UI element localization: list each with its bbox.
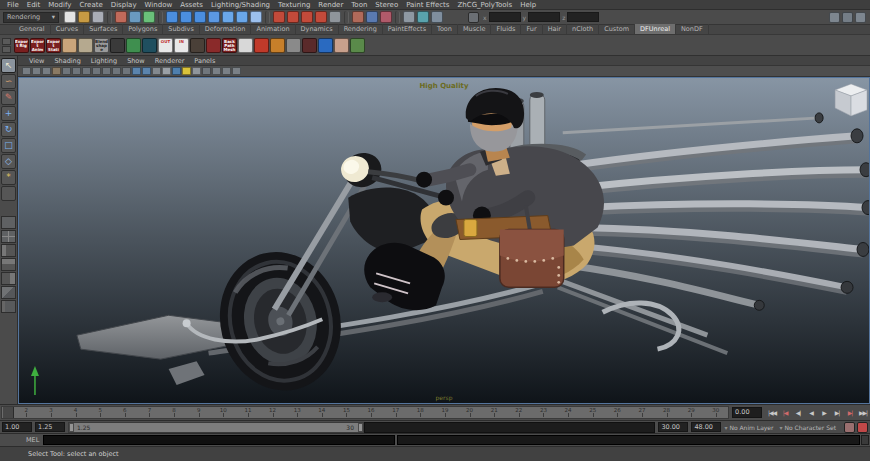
timeline-frame-tick[interactable]: 16 xyxy=(359,407,384,418)
panel-menu-item[interactable]: Shading xyxy=(49,57,85,65)
shelf-red-figure[interactable] xyxy=(206,38,221,53)
shelf-export-static-mesh[interactable]: Export Static Mesh xyxy=(46,38,61,53)
layout-hypershade-persp[interactable] xyxy=(1,258,16,271)
shelf-tab-arrow-icon[interactable] xyxy=(2,38,11,45)
handles-mask[interactable] xyxy=(180,11,192,23)
timeline-frame-tick[interactable]: 22 xyxy=(507,407,532,418)
panel-menu-item[interactable]: Renderer xyxy=(150,57,190,65)
viewport-canvas[interactable] xyxy=(19,78,869,403)
timeline-frame-tick[interactable]: 9 xyxy=(186,407,211,418)
panel-menu-item[interactable]: Panels xyxy=(189,57,220,65)
lasso-tool[interactable]: ∽ xyxy=(1,74,16,89)
shelf-tab[interactable]: Rendering xyxy=(339,24,383,34)
safe-action-icon[interactable] xyxy=(112,67,121,75)
construction-history-toggle[interactable] xyxy=(380,11,392,23)
timeline-frame-tick[interactable]: 5 xyxy=(88,407,113,418)
shelf-export-anim[interactable]: Export Anim xyxy=(30,38,45,53)
range-end-handle[interactable] xyxy=(358,423,363,432)
menu-item[interactable]: Paint Effects xyxy=(402,1,453,9)
shelf-checker-grid[interactable] xyxy=(286,38,301,53)
select-camera-icon[interactable] xyxy=(22,67,31,75)
shelf-star-badge[interactable] xyxy=(142,38,157,53)
anim-layer-icon[interactable] xyxy=(844,422,855,433)
shelf-tab[interactable]: DFUnreal xyxy=(635,24,676,34)
shelf-green-red-x[interactable] xyxy=(350,38,365,53)
status-icon[interactable] xyxy=(395,11,400,24)
shelf-tab[interactable]: Subdivs xyxy=(163,24,200,34)
go-to-end-button[interactable]: ▶▶| xyxy=(857,407,869,419)
menu-item[interactable]: Toon xyxy=(347,1,371,9)
timeline-ruler[interactable]: 2345678910111213141516171819202122232425… xyxy=(1,406,729,419)
shelf-tab[interactable]: Deformation xyxy=(200,24,252,34)
range-start-handle[interactable] xyxy=(69,423,74,432)
shelf-blue-x[interactable] xyxy=(318,38,333,53)
new-scene-button[interactable] xyxy=(64,11,76,23)
select-tool[interactable]: ↖ xyxy=(1,58,16,73)
animation-start-field[interactable]: 1.00 xyxy=(2,422,32,432)
timeline-frame-tick[interactable]: 21 xyxy=(482,407,507,418)
shelf-clapperboard[interactable] xyxy=(110,38,125,53)
shadows-icon[interactable] xyxy=(202,67,211,75)
joints-mask[interactable] xyxy=(194,11,206,23)
gate-mask-icon[interactable] xyxy=(92,67,101,75)
transform-entry-icon[interactable] xyxy=(468,12,479,23)
layout-persp-outliner[interactable] xyxy=(1,244,16,257)
menu-item[interactable]: Window xyxy=(141,1,177,9)
shelf-tab[interactable]: Animation xyxy=(251,24,295,34)
step-forward-frame-button[interactable]: ▶| xyxy=(831,407,843,419)
timeline-frame-tick[interactable]: 27 xyxy=(630,407,655,418)
playback-end-field[interactable]: 30.00 xyxy=(658,422,688,432)
show-manipulator[interactable]: * xyxy=(1,170,16,185)
shelf-check-in[interactable]: IN xyxy=(174,38,189,53)
shelf-tab[interactable]: Custom xyxy=(599,24,635,34)
viewport[interactable]: High Quality persp xyxy=(18,77,870,404)
shelf-tab[interactable]: PaintEffects xyxy=(383,24,432,34)
shelf-menu-icon[interactable] xyxy=(2,46,11,53)
play-forward-button[interactable]: ▶ xyxy=(818,407,830,419)
layout-custom[interactable] xyxy=(1,300,16,313)
current-frame-marker[interactable] xyxy=(3,407,14,418)
camera-attributes-icon[interactable] xyxy=(32,67,41,75)
isolate-select-icon[interactable] xyxy=(212,67,221,75)
command-language-label[interactable]: MEL xyxy=(26,436,39,444)
shelf-green-character[interactable] xyxy=(126,38,141,53)
x-input[interactable] xyxy=(489,12,521,22)
field-chart-icon[interactable] xyxy=(102,67,111,75)
animation-end-field[interactable]: 48.00 xyxy=(691,422,721,432)
timeline-frame-tick[interactable]: 23 xyxy=(531,407,556,418)
menu-item[interactable]: Display xyxy=(107,1,141,9)
menu-item[interactable]: File xyxy=(3,1,23,9)
frame-all-icon[interactable] xyxy=(132,67,141,75)
snap-to-curve[interactable] xyxy=(287,11,299,23)
shelf-capsule[interactable] xyxy=(238,38,253,53)
shelf-briefcase[interactable] xyxy=(78,38,93,53)
script-editor-button[interactable] xyxy=(861,435,869,445)
playback-range-bar[interactable]: 1.25 30 xyxy=(68,422,364,433)
resolution-gate-icon[interactable] xyxy=(82,67,91,75)
image-plane-icon[interactable] xyxy=(52,67,61,75)
menu-item[interactable]: Create xyxy=(75,1,106,9)
timeline-frame-tick[interactable]: 11 xyxy=(236,407,261,418)
timeline-frame-tick[interactable]: 12 xyxy=(260,407,285,418)
panel-menu-item[interactable]: View xyxy=(24,57,49,65)
select-all-mask[interactable] xyxy=(166,11,178,23)
menu-item[interactable]: Texturing xyxy=(274,1,314,9)
anim-layer-dropdown[interactable]: ▾ No Anim Layer xyxy=(724,424,773,431)
shelf-tab[interactable]: Fluids xyxy=(491,24,521,34)
menu-item[interactable]: Help xyxy=(516,1,540,9)
timeline-frame-tick[interactable]: 18 xyxy=(408,407,433,418)
menu-item[interactable]: Assets xyxy=(176,1,207,9)
shelf-check-out[interactable]: OUT xyxy=(158,38,173,53)
timeline-frame-tick[interactable]: 26 xyxy=(605,407,630,418)
attribute-editor-toggle[interactable] xyxy=(829,12,840,23)
render-settings[interactable] xyxy=(431,11,443,23)
scale-tool[interactable]: □ xyxy=(1,138,16,153)
menu-set-selector[interactable]: Rendering ▾ xyxy=(3,12,59,23)
panel-menu-item[interactable]: Show xyxy=(122,57,150,65)
auto-keyframe-toggle[interactable] xyxy=(857,422,868,433)
plugin-shapes-icon[interactable] xyxy=(232,67,241,75)
timeline-frame-tick[interactable]: 29 xyxy=(679,407,704,418)
curves-mask[interactable] xyxy=(208,11,220,23)
shelf-blend-shape[interactable]: Blend shape xyxy=(94,38,109,53)
frame-selection-icon[interactable] xyxy=(142,67,151,75)
